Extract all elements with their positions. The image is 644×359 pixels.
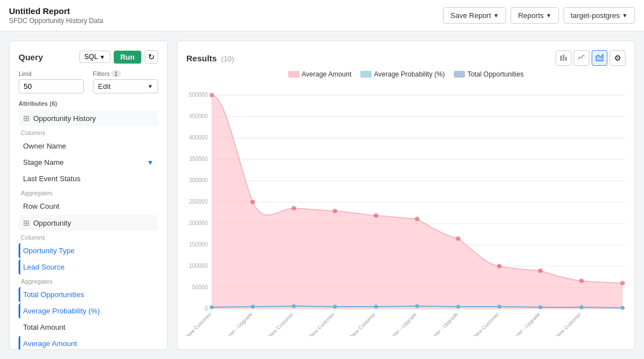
svg-text:100000: 100000 — [189, 263, 208, 269]
blue-dot-10 — [621, 306, 625, 310]
svg-text:500000: 500000 — [189, 92, 208, 98]
svg-text:150000: 150000 — [189, 241, 208, 248]
legend-avg-amount: Average Amount — [288, 70, 352, 78]
svg-rect-2 — [565, 57, 567, 61]
blue-dot-3 — [333, 305, 337, 309]
reports-button[interactable]: Reports ▼ — [511, 7, 558, 24]
main-content: Query SQL ▼ Run ↻ Limit Filters1 — [0, 32, 644, 359]
chart-legend: Average Amount Average Probability (%) T… — [186, 70, 625, 78]
bar-chart-icon — [560, 53, 567, 63]
svg-text:400000: 400000 — [189, 134, 208, 141]
avg-prob-swatch — [360, 71, 372, 78]
area-dot-2 — [292, 206, 296, 210]
svg-text:Partner-New Customer: Partner-New Customer — [186, 311, 212, 336]
blue-dot-8 — [539, 306, 543, 309]
area-dot-0 — [209, 93, 214, 97]
area-chart: 0 50000 100000 150000 200000 250000 3000… — [186, 85, 625, 336]
svg-rect-1 — [563, 55, 565, 61]
results-count: (10) — [221, 55, 234, 63]
top-bar-actions: Save Report ▼ Reports ▼ target-postgres … — [443, 7, 635, 24]
svg-text:0: 0 — [204, 306, 208, 312]
reports-chevron-icon: ▼ — [546, 12, 552, 19]
svg-text:50000: 50000 — [192, 284, 208, 290]
blue-dot-2 — [292, 304, 296, 308]
avg-amount-swatch — [288, 71, 299, 78]
blue-dot-6 — [457, 305, 460, 309]
report-subtitle: SFDC Opportunity History Data — [9, 17, 103, 25]
svg-marker-3 — [596, 55, 603, 61]
opp-aggregates-label: Aggregates — [21, 278, 158, 285]
area-dot-6 — [456, 236, 460, 241]
blue-dot-0 — [210, 306, 214, 309]
query-panel: Query SQL ▼ Run ↻ Limit Filters1 — [9, 41, 168, 350]
filters-badge: 1 — [111, 70, 121, 77]
limit-input[interactable] — [19, 79, 84, 93]
filters-select[interactable]: Edit ▼ — [93, 79, 158, 93]
line-chart-icon — [578, 53, 585, 63]
sql-button[interactable]: SQL ▼ — [79, 51, 110, 63]
last-event-status-item[interactable]: Last Event Status — [19, 171, 158, 186]
top-bar: Untitled Report SFDC Opportunity History… — [0, 0, 644, 32]
area-dot-8 — [538, 268, 543, 273]
area-dot-7 — [497, 264, 502, 268]
svg-text:Web-New Customer: Web-New Customer — [258, 311, 294, 336]
total-opportunities-item[interactable]: Total Opportunities — [19, 287, 158, 302]
target-chevron-icon: ▼ — [622, 12, 628, 19]
owner-name-item[interactable]: Owner Name — [19, 138, 158, 154]
avg-amount-label: Average Amount — [302, 70, 352, 78]
table-name: Opportunity History — [33, 114, 96, 123]
svg-rect-0 — [560, 56, 562, 61]
chart-controls: ⚙ — [556, 50, 625, 66]
blue-dot-4 — [374, 305, 378, 309]
area-dot-9 — [579, 279, 584, 283]
results-title-group: Results (10) — [186, 53, 234, 63]
line-chart-button[interactable] — [574, 50, 589, 66]
stage-filter-icon: ▼ — [147, 159, 154, 167]
blue-dot-9 — [580, 306, 584, 309]
legend-total-opps: Total Opportunities — [454, 70, 524, 78]
bar-chart-button[interactable] — [556, 50, 571, 66]
blue-dot-7 — [498, 305, 502, 309]
opportunity-history-table: ⊞ Opportunity History — [19, 110, 158, 126]
query-panel-header: Query SQL ▼ Run ↻ — [19, 50, 158, 64]
blue-dot-5 — [415, 304, 419, 308]
save-report-button[interactable]: Save Report ▼ — [443, 7, 506, 24]
avg-prob-label: Average Probability (%) — [374, 70, 445, 78]
area-dot-3 — [333, 209, 337, 213]
row-count-item[interactable]: Row Count — [19, 199, 158, 214]
query-controls: SQL ▼ Run ↻ — [79, 50, 158, 64]
results-panel: Results (10) — [177, 41, 635, 350]
opp-table-name: Opportunity — [33, 219, 71, 227]
limit-label: Limit — [19, 70, 84, 77]
chart-container: 0 50000 100000 150000 200000 250000 3000… — [186, 85, 625, 336]
total-amount-item[interactable]: Total Amount — [19, 320, 158, 335]
run-button[interactable]: Run — [114, 51, 141, 64]
svg-text:250000: 250000 — [189, 199, 208, 205]
area-dot-10 — [620, 281, 625, 285]
oh-columns-label: Columns — [21, 129, 158, 136]
opportunity-type-item[interactable]: Oportunity Type — [19, 243, 158, 258]
total-opps-label: Total Opportunities — [467, 70, 524, 78]
attributes-count: (6) — [50, 100, 57, 107]
svg-text:350000: 350000 — [189, 156, 208, 162]
total-opps-swatch — [454, 71, 465, 78]
legend-avg-probability: Average Probability (%) — [360, 70, 445, 78]
table-icon: ⊞ — [23, 114, 30, 123]
svg-text:450000: 450000 — [189, 113, 208, 119]
area-chart-button[interactable] — [592, 50, 607, 66]
avg-probability-item[interactable]: Average Probability (%) — [19, 303, 158, 318]
average-amount-item[interactable]: Average Amount — [19, 336, 158, 350]
lead-source-item[interactable]: Lead Source — [19, 259, 158, 275]
refresh-icon: ↻ — [148, 52, 155, 61]
settings-chart-button[interactable]: ⚙ — [610, 50, 625, 66]
stage-name-item[interactable]: Stage Name ▼ — [19, 155, 158, 170]
area-dot-1 — [251, 200, 255, 204]
refresh-button[interactable]: ↻ — [145, 50, 158, 64]
area-chart-icon — [596, 53, 603, 63]
area-dot-5 — [415, 217, 419, 221]
target-button[interactable]: target-postgres ▼ — [564, 7, 635, 24]
oh-aggregates-label: Aggregates — [21, 190, 158, 196]
report-info: Untitled Report SFDC Opportunity History… — [9, 6, 103, 25]
area-dot-4 — [374, 213, 378, 218]
limit-filter-row: Limit Filters1 Edit ▼ — [19, 70, 158, 93]
